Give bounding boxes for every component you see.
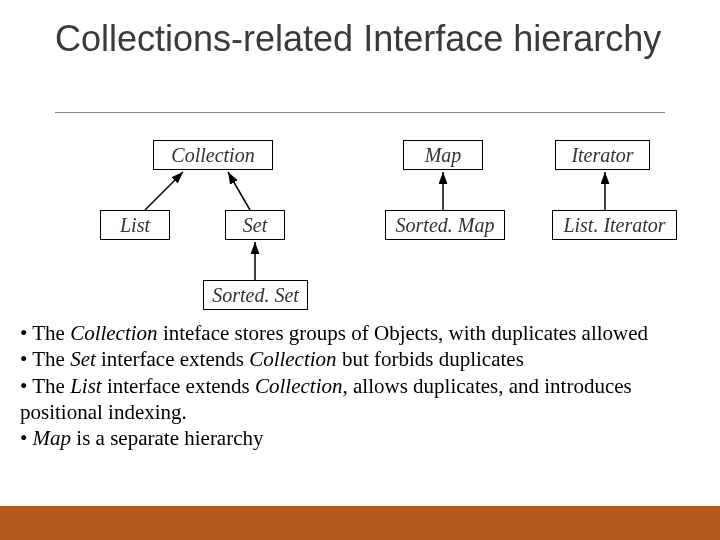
slide-title: Collections-related Interface hierarchy [55,18,661,59]
hierarchy-arrows [0,0,720,540]
node-iterator: Iterator [555,140,650,170]
title-underline [55,112,665,113]
bullet-1: • The Collection inteface stores groups … [20,320,700,346]
node-listiterator: List. Iterator [552,210,677,240]
node-set: Set [225,210,285,240]
node-map: Map [403,140,483,170]
node-list: List [100,210,170,240]
svg-line-0 [145,172,183,210]
bullet-3: • The List interface extends Collection,… [20,373,700,426]
slide: Collections-related Interface hierarchy … [0,0,720,540]
node-sortedset: Sorted. Set [203,280,308,310]
footer-bar [0,506,720,540]
svg-line-1 [228,172,250,210]
node-collection: Collection [153,140,273,170]
node-sortedmap: Sorted. Map [385,210,505,240]
bullet-2: • The Set interface extends Collection b… [20,346,700,372]
bullet-4: • Map is a separate hierarchy [20,425,700,451]
bullet-list: • The Collection inteface stores groups … [20,320,700,451]
